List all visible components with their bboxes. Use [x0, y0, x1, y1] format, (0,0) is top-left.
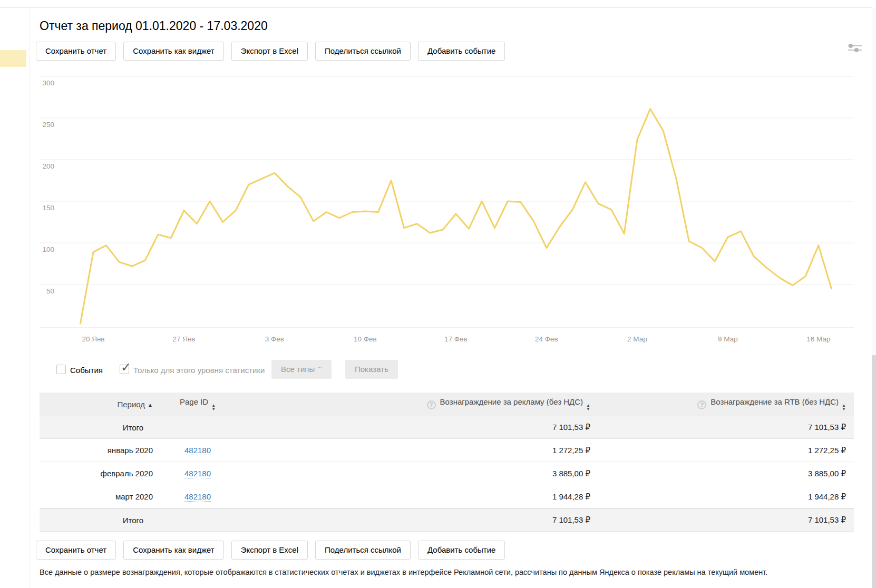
column-header-page-id[interactable]: Page ID▲▼	[153, 397, 242, 411]
events-checkbox-label[interactable]: События	[70, 366, 103, 375]
table-row: февраль 20204821803 885,00 ₽3 885,00 ₽	[40, 462, 854, 485]
save-report-button[interactable]: Сохранить отчет	[36, 541, 116, 560]
footer-note: Все данные о размере вознаграждения, кот…	[40, 568, 851, 576]
table-row: март 20204821801 944,28 ₽1 944,28 ₽	[40, 485, 854, 508]
period-cell: январь 2020	[40, 446, 153, 455]
y-axis-tick-label: 100	[42, 246, 54, 253]
page-id-cell: 482180	[153, 492, 242, 501]
report-page: Отчет за период 01.01.2020 - 17.03.2020 …	[0, 0, 876, 588]
add-event-button[interactable]: Добавить событие	[418, 541, 505, 560]
x-axis-tick-label: 24 Фев	[535, 335, 558, 343]
x-axis-tick-label: 2 Мар	[627, 335, 647, 343]
page-id-link[interactable]: 482180	[184, 492, 211, 502]
total-label: Итого	[40, 516, 153, 525]
sort-icon: ▲▼	[842, 404, 846, 411]
checkmark-icon: ✓	[121, 360, 131, 375]
sort-asc-icon: ▲	[148, 402, 153, 408]
export-excel-button[interactable]: Экспорт в Excel	[231, 541, 308, 560]
table-total-row-bottom: Итого 7 101,53 ₽ 7 101,53 ₽	[40, 508, 854, 532]
sort-icon: ▲▼	[211, 404, 216, 411]
event-type-dropdown[interactable]: Все типыˆˋ	[271, 360, 332, 379]
page-id-link[interactable]: 482180	[184, 446, 211, 455]
total-ads-value: 7 101,53 ₽	[242, 515, 590, 525]
ads-reward-cell: 1 272,25 ₽	[242, 446, 590, 455]
revenue-line-chart: 5010015020025030020 Янв27 Янв3 Фев10 Фев…	[0, 0, 876, 353]
events-checkbox[interactable]	[56, 365, 66, 374]
column-header-rtb-reward[interactable]: ?Вознаграждение за RTB (без НДС)▲▼	[590, 397, 846, 411]
table-body: январь 20204821801 272,25 ₽1 272,25 ₽фев…	[40, 439, 854, 508]
total-label: Итого	[40, 423, 153, 432]
help-icon[interactable]: ?	[427, 400, 436, 409]
toolbar-bottom: Сохранить отчетСохранить как виджетЭкспо…	[36, 541, 505, 560]
table-row: январь 20204821801 272,25 ₽1 272,25 ₽	[40, 439, 854, 462]
total-rtb-value: 7 101,53 ₽	[590, 515, 846, 525]
y-axis-tick-label: 150	[42, 204, 54, 212]
x-axis-tick-label: 10 Фев	[354, 335, 377, 343]
share-link-button[interactable]: Поделиться ссылкой	[315, 541, 411, 560]
show-button[interactable]: Показать	[345, 360, 398, 379]
total-rtb-value: 7 101,53 ₽	[590, 423, 846, 432]
y-axis-tick-label: 50	[46, 287, 54, 295]
level-checkbox-label[interactable]: Только для этого уровня статистики	[133, 366, 265, 375]
y-axis-tick-label: 200	[42, 162, 54, 170]
table-header-row: Период▲ Page ID▲▼ ?Вознаграждение за рек…	[40, 393, 854, 416]
ads-reward-cell: 1 944,28 ₽	[242, 492, 590, 502]
x-axis-tick-label: 20 Янв	[82, 335, 104, 343]
column-header-period[interactable]: Период▲	[40, 400, 153, 409]
page-id-cell: 482180	[153, 469, 242, 478]
total-ads-value: 7 101,53 ₽	[242, 423, 590, 432]
level-checkbox[interactable]: ✓	[120, 365, 129, 374]
rtb-reward-cell: 1 272,25 ₽	[590, 446, 846, 455]
x-axis-tick-label: 3 Фев	[265, 335, 284, 343]
ads-reward-cell: 3 885,00 ₽	[242, 469, 590, 478]
page-id-link[interactable]: 482180	[184, 469, 211, 478]
y-axis-tick-label: 300	[42, 79, 54, 87]
x-axis-tick-label: 27 Янв	[172, 335, 195, 343]
rtb-reward-cell: 1 944,28 ₽	[590, 492, 846, 502]
revenue-series-line	[80, 109, 831, 324]
x-axis-tick-label: 16 Мар	[806, 335, 830, 343]
rtb-reward-cell: 3 885,00 ₽	[590, 469, 846, 478]
help-icon[interactable]: ?	[697, 400, 706, 409]
period-cell: февраль 2020	[40, 469, 153, 478]
y-axis-tick-label: 250	[42, 121, 54, 129]
page-id-cell: 482180	[153, 446, 242, 455]
x-axis-tick-label: 17 Фев	[444, 335, 468, 343]
x-axis-tick-label: 9 Мар	[718, 335, 738, 343]
chevron-down-icon: ˆˋ	[318, 366, 322, 374]
period-cell: март 2020	[40, 492, 153, 501]
column-header-ads-reward[interactable]: ?Вознаграждение за рекламу (без НДС)▲▼	[242, 397, 590, 411]
sort-icon: ▲▼	[586, 404, 590, 411]
report-table: Период▲ Page ID▲▼ ?Вознаграждение за рек…	[40, 393, 854, 532]
scrollbar-thumb[interactable]	[872, 355, 876, 588]
save-as-widget-button[interactable]: Сохранить как виджет	[123, 541, 224, 560]
table-total-row-top: Итого 7 101,53 ₽ 7 101,53 ₽	[40, 416, 854, 439]
